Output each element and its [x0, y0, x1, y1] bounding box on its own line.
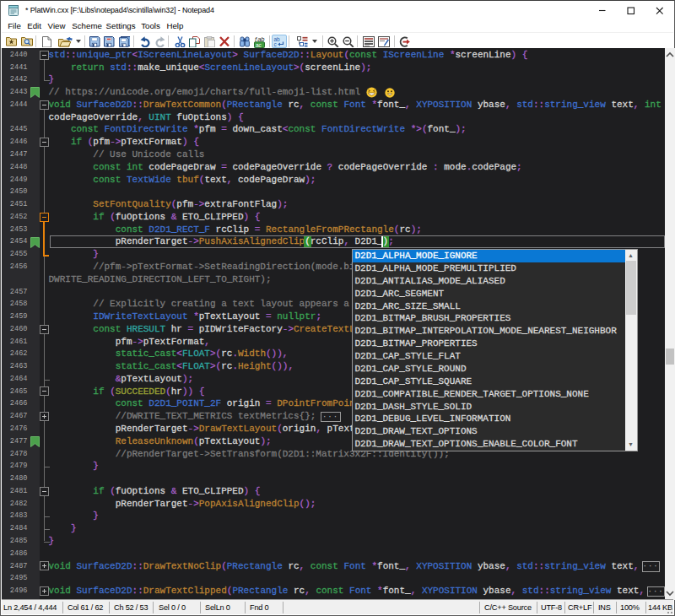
- svg-text:c: c: [274, 41, 278, 47]
- svg-text:ac: ac: [256, 41, 262, 47]
